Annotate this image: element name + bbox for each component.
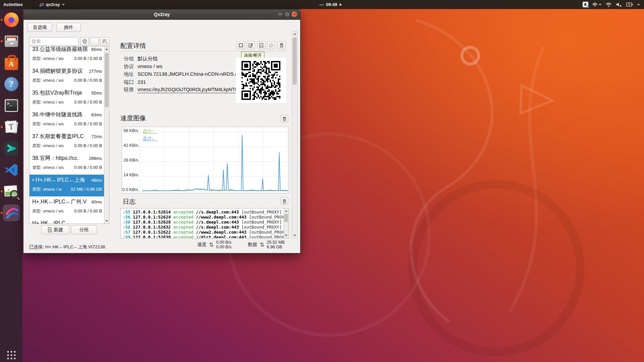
running-indicator <box>1 40 3 42</box>
group-button[interactable]: 分组 <box>71 225 97 234</box>
server-list-item[interactable]: 34.捐赠解锁更多协议277ms类型: vmess / ws0.00 B / 0… <box>30 66 104 87</box>
log-heading: 日志 <box>123 197 136 206</box>
log-line: :59 127.0.0.1:52638 accepted //dict.deep… <box>123 235 282 238</box>
dock-files[interactable] <box>3 33 20 50</box>
server-list-item[interactable]: H+.HK←IPLC← <box>30 218 104 224</box>
connection-status: 已连接: H+.HK←IPLC←上海.VI72138 <box>29 244 105 250</box>
window-titlebar[interactable]: Qv2ray ─ ▢ ✕ <box>23 9 300 20</box>
scroll-up-arrow[interactable] <box>292 32 297 37</box>
app-menu[interactable]: qv2ray <box>36 0 68 9</box>
server-list: 33.公益等级線路嚴格限65ms类型: vmess / ws0.00 B / 0… <box>29 46 109 224</box>
tabby-icon <box>4 141 18 156</box>
location-ping-button[interactable] <box>80 37 89 46</box>
image-viewer-icon <box>4 184 19 198</box>
scroll-down-arrow[interactable] <box>284 233 288 238</box>
dock-qv2ray[interactable] <box>3 204 20 221</box>
clear-log-button[interactable] <box>281 197 288 205</box>
maximize-button[interactable]: ▢ <box>284 11 290 17</box>
media-indicator: — <box>319 2 324 7</box>
log-line: :55 127.0.0.1:52614 accepted //s.deepl.c… <box>123 209 282 215</box>
dock-image-viewer[interactable] <box>3 183 20 200</box>
battery-charging-icon[interactable] <box>626 2 633 7</box>
dock-vscode[interactable] <box>3 162 20 178</box>
activities-button[interactable]: Activities <box>0 0 26 9</box>
legend-1[interactable]: 总计↓ <box>143 136 154 141</box>
server-list-item[interactable]: 37.长期套餐覆盖IPLC72ms类型: vmess / ws0.00 B / … <box>30 131 104 153</box>
edit-pencil-icon <box>249 43 253 48</box>
clock-menu[interactable]: — 09:49 <box>319 0 341 9</box>
svg-text:14 KB/s: 14 KB/s <box>123 173 138 177</box>
protocol-field: 协议vmess / ws <box>124 63 162 70</box>
minimize-button[interactable]: ─ <box>277 11 283 17</box>
scroll-down-arrow[interactable] <box>292 233 297 238</box>
new-document-icon <box>48 227 52 232</box>
connect-disconnect-button[interactable] <box>237 41 245 49</box>
edit-json-button[interactable]: {} <box>257 41 265 49</box>
location-pin-icon <box>83 39 87 44</box>
ime-language-menu[interactable]: 中 <box>593 0 601 9</box>
chevron-down-icon <box>62 4 65 5</box>
server-list-item[interactable]: 33.公益等级線路嚴格限65ms类型: vmess / ws0.00 B / 0… <box>30 46 104 66</box>
server-list-item[interactable]: 36.中继中转隧道线路63ms类型: vmess / ws0.00 B / 0.… <box>30 109 104 131</box>
dock-tabby[interactable] <box>3 140 20 157</box>
latency-test-button[interactable] <box>267 41 275 49</box>
server-list-item[interactable]: 35.包括V2ray和Troja55ms类型: vmess / ws0.00 B… <box>30 87 104 109</box>
dock-help[interactable]: ? <box>3 76 20 93</box>
show-applications-button[interactable] <box>7 351 15 359</box>
top-bar: Activities qv2ray — 09:49 中 <box>0 0 644 9</box>
server-list-item[interactable]: 38.官网：https://cc.266ms类型: vmess / ws0.00… <box>30 153 104 175</box>
legend-0[interactable]: 总计↑ <box>143 128 154 133</box>
firefox-icon <box>4 12 19 27</box>
search-input[interactable] <box>29 37 78 46</box>
terminal-icon: >_ <box>5 99 18 112</box>
dock-typora[interactable]: T <box>3 119 20 135</box>
running-indicator <box>1 19 3 21</box>
sort-button[interactable] <box>100 37 109 46</box>
heading-rule <box>120 51 288 51</box>
svg-text:28 KB/s: 28 KB/s <box>123 158 138 163</box>
qv2ray-icon <box>5 206 18 220</box>
preferences-button[interactable]: 首选项 <box>28 23 52 32</box>
server-list-item[interactable]: H+.HK←IPLC←广州.V40ms类型: vmess / ws0.00 B … <box>30 196 104 218</box>
server-list-item[interactable]: • H+.HK←IPLC←上海48ms类型: vmess / w.52 MB /… <box>30 175 104 196</box>
new-button[interactable]: 新建 <box>41 225 69 234</box>
scrollbar-thumb[interactable] <box>105 53 108 107</box>
running-indicator <box>1 126 3 128</box>
close-button[interactable]: ✕ <box>291 11 298 17</box>
blank-tool-button[interactable] <box>90 37 99 46</box>
scroll-up-arrow[interactable] <box>104 47 109 52</box>
wifi-icon[interactable] <box>606 2 611 7</box>
scrollbar-thumb[interactable] <box>293 38 297 84</box>
volume-muted-icon[interactable] <box>616 2 622 7</box>
edit-config-button[interactable] <box>247 41 255 49</box>
delete-config-button[interactable] <box>277 41 285 49</box>
running-indicator <box>1 212 3 214</box>
system-tray: 中 <box>583 0 644 9</box>
share-link-input[interactable]: vmess://eyJhZGQiOiJTQ0ROLjcyMTM4LkpNT0ZM… <box>138 87 238 93</box>
log-scrollbar[interactable] <box>283 208 288 238</box>
share-link-field: 链接 vmess://eyJhZGQiOiJTQ0ROLjcyMTM4LkpNT… <box>124 86 238 93</box>
log-lines: :55 127.0.0.1:52614 accepted //s.deepl.c… <box>123 209 282 238</box>
system-menu-chevron[interactable] <box>637 4 640 5</box>
svg-text:56 KB/s: 56 KB/s <box>123 128 138 133</box>
scroll-up-arrow[interactable] <box>284 208 288 214</box>
log-line: :56 127.0.0.1:52624 accepted //www2.deep… <box>123 215 282 220</box>
group-button-label: 分组 <box>79 227 89 233</box>
ubuntu-software-icon: A <box>5 58 18 70</box>
speed-graph-heading: 速度图像 <box>120 114 146 123</box>
scrollbar-thumb[interactable] <box>284 214 288 222</box>
dock-firefox[interactable] <box>3 11 20 28</box>
app-menu-label: qv2ray <box>46 2 60 7</box>
input-method-icon[interactable] <box>583 2 588 7</box>
server-list-scrollbar[interactable] <box>104 47 109 224</box>
dock-ubuntu-software[interactable]: A <box>3 54 20 71</box>
dock-terminal[interactable]: >_ <box>3 97 20 114</box>
data-status: 数据 ⇅ 25.52 MB6.96 GB <box>248 240 285 249</box>
running-indicator <box>1 190 3 192</box>
clear-graph-button[interactable] <box>281 115 288 122</box>
scroll-down-arrow[interactable] <box>104 219 109 224</box>
new-button-label: 新建 <box>54 227 63 233</box>
qv2ray-window: Qv2ray ─ ▢ ✕ 首选项 插件 33.公益等级線路嚴格限65ms类型: … <box>23 9 301 253</box>
plugins-button[interactable]: 插件 <box>56 23 81 32</box>
panel-scrollbar[interactable] <box>292 31 298 238</box>
